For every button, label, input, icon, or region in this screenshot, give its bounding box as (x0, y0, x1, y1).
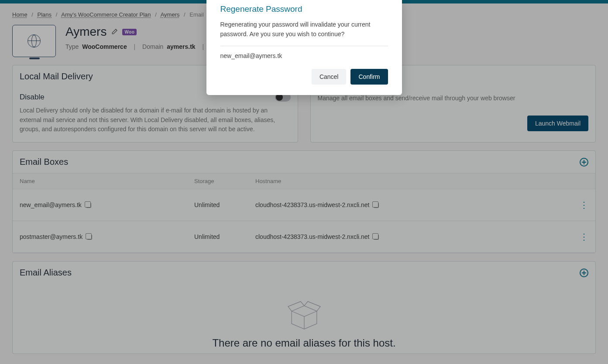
modal-divider (220, 46, 388, 46)
modal-body-text: Regenerating your password will invalida… (220, 20, 388, 46)
regenerate-password-modal: Regenerate Password Regenerating your pa… (206, 0, 402, 95)
modal-title: Regenerate Password (220, 0, 388, 20)
confirm-button[interactable]: Confirm (350, 69, 388, 85)
cancel-button[interactable]: Cancel (312, 69, 347, 85)
modal-email: new_email@aymers.tk (220, 52, 388, 69)
